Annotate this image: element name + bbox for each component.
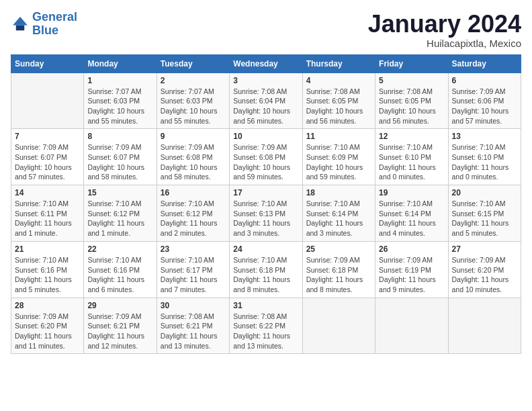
calendar-cell: 9Sunrise: 7:09 AM Sunset: 6:08 PM Daylig… (157, 129, 229, 185)
day-number: 13 (452, 132, 517, 141)
header-day-saturday: Saturday (448, 54, 521, 73)
day-info: Sunrise: 7:10 AM Sunset: 6:10 PM Dayligh… (379, 142, 444, 182)
calendar-cell: 5Sunrise: 7:08 AM Sunset: 6:05 PM Daylig… (375, 73, 448, 129)
day-info: Sunrise: 7:08 AM Sunset: 6:05 PM Dayligh… (379, 87, 444, 126)
week-row-4: 21Sunrise: 7:10 AM Sunset: 6:16 PM Dayli… (11, 241, 521, 298)
calendar-header: SundayMondayTuesdayWednesdayThursdayFrid… (11, 54, 521, 73)
day-number: 17 (233, 188, 298, 197)
calendar-cell: 31Sunrise: 7:08 AM Sunset: 6:22 PM Dayli… (230, 298, 302, 354)
day-info: Sunrise: 7:10 AM Sunset: 6:15 PM Dayligh… (452, 199, 517, 238)
day-info: Sunrise: 7:09 AM Sunset: 6:20 PM Dayligh… (452, 255, 517, 295)
logo-icon (11, 15, 30, 34)
day-info: Sunrise: 7:10 AM Sunset: 6:12 PM Dayligh… (161, 199, 226, 238)
svg-marker-0 (13, 17, 28, 25)
calendar-title: January 2024 (368, 11, 521, 38)
calendar-cell: 14Sunrise: 7:10 AM Sunset: 6:11 PM Dayli… (11, 185, 84, 242)
day-number: 12 (379, 132, 444, 141)
day-info: Sunrise: 7:08 AM Sunset: 6:22 PM Dayligh… (233, 312, 298, 351)
day-info: Sunrise: 7:09 AM Sunset: 6:08 PM Dayligh… (161, 142, 226, 182)
calendar-cell: 28Sunrise: 7:09 AM Sunset: 6:20 PM Dayli… (11, 298, 84, 354)
calendar-cell: 7Sunrise: 7:09 AM Sunset: 6:07 PM Daylig… (11, 129, 84, 185)
day-number: 14 (15, 188, 80, 197)
day-info: Sunrise: 7:09 AM Sunset: 6:21 PM Dayligh… (87, 312, 152, 351)
day-info: Sunrise: 7:10 AM Sunset: 6:17 PM Dayligh… (161, 255, 226, 295)
day-info: Sunrise: 7:10 AM Sunset: 6:16 PM Dayligh… (15, 255, 80, 295)
calendar-cell: 3Sunrise: 7:08 AM Sunset: 6:04 PM Daylig… (230, 73, 302, 129)
day-number: 7 (15, 132, 80, 141)
day-number: 15 (87, 188, 152, 197)
week-row-3: 14Sunrise: 7:10 AM Sunset: 6:11 PM Dayli… (11, 185, 521, 242)
calendar-cell: 11Sunrise: 7:10 AM Sunset: 6:09 PM Dayli… (302, 129, 375, 185)
day-info: Sunrise: 7:07 AM Sunset: 6:03 PM Dayligh… (161, 87, 226, 126)
day-number: 5 (379, 76, 444, 85)
page-header: General Blue January 2024 Huilacapixtla,… (11, 11, 521, 49)
calendar-cell: 30Sunrise: 7:08 AM Sunset: 6:21 PM Dayli… (157, 298, 229, 354)
day-info: Sunrise: 7:09 AM Sunset: 6:18 PM Dayligh… (306, 255, 371, 295)
header-day-sunday: Sunday (11, 54, 84, 73)
calendar-subtitle: Huilacapixtla, Mexico (368, 38, 521, 49)
calendar-cell (448, 298, 521, 354)
day-number: 19 (379, 188, 444, 197)
svg-rect-1 (16, 25, 24, 30)
calendar-cell: 2Sunrise: 7:07 AM Sunset: 6:03 PM Daylig… (157, 73, 229, 129)
day-info: Sunrise: 7:10 AM Sunset: 6:16 PM Dayligh… (87, 255, 152, 295)
day-number: 18 (306, 188, 371, 197)
day-number: 25 (306, 244, 371, 254)
day-info: Sunrise: 7:10 AM Sunset: 6:14 PM Dayligh… (379, 199, 444, 238)
week-row-1: 1Sunrise: 7:07 AM Sunset: 6:03 PM Daylig… (11, 73, 521, 129)
calendar-cell: 15Sunrise: 7:10 AM Sunset: 6:12 PM Dayli… (84, 185, 157, 242)
header-day-wednesday: Wednesday (230, 54, 302, 73)
day-number: 30 (161, 301, 226, 310)
day-number: 28 (15, 301, 80, 310)
day-info: Sunrise: 7:08 AM Sunset: 6:04 PM Dayligh… (233, 87, 298, 126)
calendar-cell (375, 298, 448, 354)
day-number: 11 (306, 132, 371, 141)
calendar-cell (302, 298, 375, 354)
day-info: Sunrise: 7:09 AM Sunset: 6:08 PM Dayligh… (233, 142, 298, 182)
logo-line1: General (32, 10, 77, 24)
day-info: Sunrise: 7:09 AM Sunset: 6:20 PM Dayligh… (15, 312, 80, 351)
day-info: Sunrise: 7:09 AM Sunset: 6:06 PM Dayligh… (452, 87, 517, 126)
calendar-cell: 4Sunrise: 7:08 AM Sunset: 6:05 PM Daylig… (302, 73, 375, 129)
calendar-cell: 25Sunrise: 7:09 AM Sunset: 6:18 PM Dayli… (302, 241, 375, 298)
logo-text: General Blue (32, 11, 77, 38)
week-row-5: 28Sunrise: 7:09 AM Sunset: 6:20 PM Dayli… (11, 298, 521, 354)
day-number: 1 (87, 76, 152, 85)
day-number: 24 (233, 244, 298, 254)
calendar-cell: 13Sunrise: 7:10 AM Sunset: 6:10 PM Dayli… (448, 129, 521, 185)
calendar-cell: 26Sunrise: 7:09 AM Sunset: 6:19 PM Dayli… (375, 241, 448, 298)
day-number: 6 (452, 76, 517, 85)
calendar-cell: 12Sunrise: 7:10 AM Sunset: 6:10 PM Dayli… (375, 129, 448, 185)
day-number: 22 (87, 244, 152, 254)
day-info: Sunrise: 7:10 AM Sunset: 6:13 PM Dayligh… (233, 199, 298, 238)
header-day-monday: Monday (84, 54, 157, 73)
title-block: January 2024 Huilacapixtla, Mexico (368, 11, 521, 49)
day-number: 20 (452, 188, 517, 197)
day-number: 3 (233, 76, 298, 85)
day-info: Sunrise: 7:09 AM Sunset: 6:19 PM Dayligh… (379, 255, 444, 295)
calendar-cell: 22Sunrise: 7:10 AM Sunset: 6:16 PM Dayli… (84, 241, 157, 298)
calendar-cell: 23Sunrise: 7:10 AM Sunset: 6:17 PM Dayli… (157, 241, 229, 298)
day-info: Sunrise: 7:10 AM Sunset: 6:18 PM Dayligh… (233, 255, 298, 295)
calendar-cell (11, 73, 84, 129)
day-number: 29 (87, 301, 152, 310)
calendar-cell: 20Sunrise: 7:10 AM Sunset: 6:15 PM Dayli… (448, 185, 521, 242)
day-number: 8 (87, 132, 152, 141)
day-number: 4 (306, 76, 371, 85)
header-row: SundayMondayTuesdayWednesdayThursdayFrid… (11, 54, 521, 73)
day-number: 10 (233, 132, 298, 141)
calendar-cell: 29Sunrise: 7:09 AM Sunset: 6:21 PM Dayli… (84, 298, 157, 354)
day-info: Sunrise: 7:10 AM Sunset: 6:11 PM Dayligh… (15, 199, 80, 238)
calendar-cell: 24Sunrise: 7:10 AM Sunset: 6:18 PM Dayli… (230, 241, 302, 298)
calendar-cell: 27Sunrise: 7:09 AM Sunset: 6:20 PM Dayli… (448, 241, 521, 298)
calendar-body: 1Sunrise: 7:07 AM Sunset: 6:03 PM Daylig… (11, 73, 521, 354)
week-row-2: 7Sunrise: 7:09 AM Sunset: 6:07 PM Daylig… (11, 129, 521, 185)
day-number: 9 (161, 132, 226, 141)
header-day-thursday: Thursday (302, 54, 375, 73)
calendar-cell: 8Sunrise: 7:09 AM Sunset: 6:07 PM Daylig… (84, 129, 157, 185)
day-number: 16 (161, 188, 226, 197)
logo: General Blue (11, 11, 77, 38)
day-number: 27 (452, 244, 517, 254)
day-info: Sunrise: 7:09 AM Sunset: 6:07 PM Dayligh… (15, 142, 80, 182)
logo-line2: Blue (32, 24, 58, 37)
